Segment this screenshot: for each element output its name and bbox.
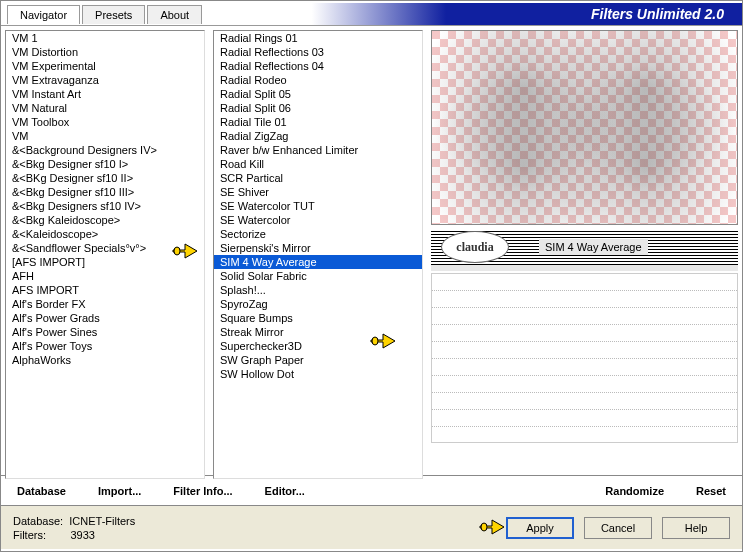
filter-info-button[interactable]: Filter Info... (169, 483, 236, 499)
category-item[interactable]: &<Background Designers IV> (6, 143, 204, 157)
app-title: Filters Unlimited 2.0 (204, 3, 742, 25)
editor-button[interactable]: Editor... (261, 483, 309, 499)
category-item[interactable]: [AFS IMPORT] (6, 255, 204, 269)
filter-name-bar (431, 265, 738, 271)
tab-bar: Navigator Presets About (1, 3, 204, 24)
filter-item[interactable]: Superchecker3D (214, 339, 422, 353)
filter-item[interactable]: SIM 4 Way Average (214, 255, 422, 269)
filter-item[interactable]: Square Bumps (214, 311, 422, 325)
category-item[interactable]: VM Distortion (6, 45, 204, 59)
filter-item[interactable]: Radial Split 05 (214, 87, 422, 101)
category-item[interactable]: VM Experimental (6, 59, 204, 73)
filter-item[interactable]: Radial Rodeo (214, 73, 422, 87)
category-item[interactable]: &<Bkg Designer sf10 I> (6, 157, 204, 171)
tab-presets[interactable]: Presets (82, 5, 145, 24)
filter-item[interactable]: Road Kill (214, 157, 422, 171)
category-item[interactable]: &<BKg Designer sf10 II> (6, 171, 204, 185)
svg-point-2 (481, 523, 487, 531)
action-toolbar: Database Import... Filter Info... Editor… (1, 475, 742, 505)
filter-item[interactable]: Radial Split 06 (214, 101, 422, 115)
category-item[interactable]: &<Bkg Kaleidoscope> (6, 213, 204, 227)
reset-button[interactable]: Reset (692, 483, 730, 499)
category-item[interactable]: VM Instant Art (6, 87, 204, 101)
filter-item[interactable]: SpyroZag (214, 297, 422, 311)
category-item[interactable]: VM Natural (6, 101, 204, 115)
category-item[interactable]: &<Kaleidoscope> (6, 227, 204, 241)
footer-info: Database: ICNET-Filters Filters: 3933 (13, 514, 135, 542)
filter-item[interactable]: SE Watercolor TUT (214, 199, 422, 213)
category-item[interactable]: VM Toolbox (6, 115, 204, 129)
filter-item[interactable]: Sierpenski's Mirror (214, 241, 422, 255)
category-item[interactable]: AlphaWorks (6, 353, 204, 367)
category-item[interactable]: Alf's Border FX (6, 297, 204, 311)
filter-item[interactable]: SW Graph Paper (214, 353, 422, 367)
database-button[interactable]: Database (13, 483, 70, 499)
watermark-strip: claudia SIM 4 Way Average (431, 229, 738, 265)
category-item[interactable]: VM 1 (6, 31, 204, 45)
category-item[interactable]: VM Extravaganza (6, 73, 204, 87)
apply-button[interactable]: Apply (506, 517, 574, 539)
tab-about[interactable]: About (147, 5, 202, 24)
preview-image (431, 30, 738, 225)
category-item[interactable]: &<Sandflower Specials°v°> (6, 241, 204, 255)
category-list[interactable]: VM 1VM DistortionVM ExperimentalVM Extra… (5, 30, 205, 479)
filter-name-label: SIM 4 Way Average (539, 239, 648, 255)
filter-item[interactable]: Radial Reflections 03 (214, 45, 422, 59)
parameter-panel (431, 273, 738, 443)
filter-item[interactable]: Sectorize (214, 227, 422, 241)
filter-item[interactable]: Streak Mirror (214, 325, 422, 339)
randomize-button[interactable]: Randomize (601, 483, 668, 499)
filter-list[interactable]: Radial Rings 01Radial Reflections 03Radi… (213, 30, 423, 479)
import-button[interactable]: Import... (94, 483, 145, 499)
filter-item[interactable]: SCR Partical (214, 171, 422, 185)
filter-item[interactable]: Raver b/w Enhanced Limiter (214, 143, 422, 157)
filter-item[interactable]: Solid Solar Fabric (214, 269, 422, 283)
category-item[interactable]: &<Bkg Designers sf10 IV> (6, 199, 204, 213)
category-item[interactable]: Alf's Power Toys (6, 339, 204, 353)
category-item[interactable]: AFH (6, 269, 204, 283)
tab-navigator[interactable]: Navigator (7, 5, 80, 24)
filter-item[interactable]: Radial Reflections 04 (214, 59, 422, 73)
cancel-button[interactable]: Cancel (584, 517, 652, 539)
filter-item[interactable]: SE Watercolor (214, 213, 422, 227)
filter-item[interactable]: Radial Tile 01 (214, 115, 422, 129)
filter-item[interactable]: SE Shiver (214, 185, 422, 199)
category-item[interactable]: Alf's Power Sines (6, 325, 204, 339)
pointer-icon (478, 515, 508, 537)
category-item[interactable]: &<Bkg Designer sf10 III> (6, 185, 204, 199)
category-item[interactable]: AFS IMPORT (6, 283, 204, 297)
filter-item[interactable]: Splash!... (214, 283, 422, 297)
claudia-logo: claudia (441, 231, 509, 263)
filter-item[interactable]: Radial Rings 01 (214, 31, 422, 45)
help-button[interactable]: Help (662, 517, 730, 539)
category-item[interactable]: VM (6, 129, 204, 143)
category-item[interactable]: Alf's Power Grads (6, 311, 204, 325)
filter-item[interactable]: Radial ZigZag (214, 129, 422, 143)
filter-item[interactable]: SW Hollow Dot (214, 367, 422, 381)
